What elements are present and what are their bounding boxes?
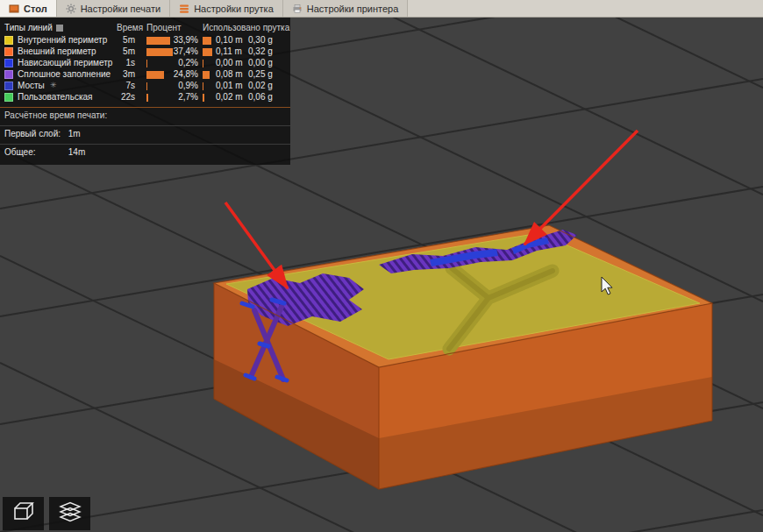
- color-swatch: [4, 59, 13, 67]
- bed-icon: [9, 4, 19, 14]
- total-time-label: Общее:: [4, 147, 66, 157]
- length-bar: [203, 48, 212, 56]
- first-layer-time: 1m: [68, 129, 81, 138]
- percent-value: 0,2%: [167, 58, 198, 67]
- printed-model: [214, 225, 712, 489]
- length-bar: [203, 94, 204, 102]
- viewport-3d[interactable]: Типы линий Время Процент Использовано пр…: [0, 18, 763, 532]
- color-swatch: [4, 36, 13, 45]
- tab-label: Настройки принтера: [307, 4, 399, 14]
- time-value: 3m: [103, 69, 135, 79]
- length-value: 0,01 m: [216, 81, 243, 90]
- color-swatch: [4, 70, 13, 79]
- length-bar: [203, 82, 203, 90]
- printer-icon: [292, 4, 303, 14]
- weight-value: 0,32 g: [248, 46, 273, 56]
- column-time: Время: [117, 23, 143, 32]
- slicer-window: Стол Настройки печати Настройки прутка: [0, 0, 763, 532]
- first-layer-row: Первый слой: 1m: [0, 129, 290, 140]
- weight-value: 0,00 g: [248, 58, 273, 67]
- weight-value: 0,06 g: [248, 92, 273, 102]
- column-percent: Процент: [146, 23, 182, 32]
- tab-print-settings[interactable]: Настройки печати: [57, 0, 171, 17]
- divider: [0, 144, 290, 145]
- percent-bar: [146, 71, 164, 79]
- time-value: 7s: [103, 81, 135, 90]
- line-type-name: Нависающий периметр: [18, 58, 112, 67]
- arrow-right: [524, 131, 638, 245]
- legend-row: Внешний периметр 5m 37,4% 0,11 m 0,32 g: [0, 46, 290, 58]
- first-layer-label: Первый слой:: [4, 129, 66, 138]
- total-time: 14m: [68, 147, 85, 157]
- total-time-row: Общее: 14m: [0, 147, 290, 159]
- percent-bar: [146, 82, 147, 90]
- line-type-name: Внешний периметр: [18, 46, 96, 56]
- divider: [0, 125, 290, 126]
- percent-value: 33,9%: [167, 35, 198, 45]
- time-value: 22s: [103, 92, 135, 102]
- tab-label: Настройки печати: [81, 4, 161, 14]
- length-bar: [203, 60, 203, 67]
- length-value: 0,10 m: [216, 35, 243, 45]
- line-type-name: Сплошное заполнение: [18, 69, 111, 79]
- gear-icon: [66, 4, 76, 14]
- weight-value: 0,02 g: [248, 81, 273, 90]
- tab-printer-settings[interactable]: Настройки принтера: [283, 0, 409, 17]
- filament-icon: [179, 4, 189, 14]
- view-mode-buttons: [3, 497, 90, 530]
- length-bar: [203, 71, 210, 79]
- tab-label: Настройки прутка: [194, 4, 274, 14]
- tab-bar: Стол Настройки печати Настройки прутка: [0, 0, 763, 18]
- divider: [0, 107, 290, 108]
- line-type-name: Мосты: [18, 81, 45, 90]
- legend-toggle-icon[interactable]: [56, 25, 63, 32]
- tab-filament-settings[interactable]: Настройки прутка: [170, 0, 283, 17]
- line-type-name: Пользовательская: [18, 92, 92, 102]
- layers-icon: [57, 500, 83, 528]
- percent-bar: [146, 60, 147, 67]
- percent-value: 24,8%: [167, 69, 198, 79]
- percent-value: 2,7%: [167, 92, 198, 102]
- cube-icon: [11, 500, 37, 528]
- time-value: 1s: [103, 58, 135, 67]
- percent-value: 0,9%: [167, 81, 198, 90]
- bridges-fan-icon: ✳: [50, 81, 57, 89]
- weight-value: 0,25 g: [248, 69, 273, 79]
- length-value: 0,02 m: [216, 92, 243, 102]
- color-swatch: [4, 82, 13, 90]
- length-value: 0,00 m: [216, 58, 243, 67]
- tab-bed[interactable]: Стол: [0, 0, 57, 17]
- 3d-view-button[interactable]: [3, 497, 44, 530]
- color-swatch: [4, 47, 13, 56]
- length-value: 0,11 m: [216, 46, 242, 56]
- color-swatch: [4, 93, 13, 102]
- weight-value: 0,30 g: [248, 35, 273, 45]
- layers-view-button[interactable]: [49, 497, 90, 530]
- legend-row: Мосты ✳ 7s 0,9% 0,01 m 0,02 g: [0, 81, 290, 92]
- length-bar: [203, 37, 211, 45]
- tab-label: Стол: [24, 4, 47, 14]
- time-value: 5m: [103, 46, 135, 56]
- legend-row: Нависающий периметр 1s 0,2% 0,00 m 0,00 …: [0, 58, 290, 69]
- column-filament: Использовано прутка: [203, 23, 289, 32]
- line-types-panel: Типы линий Время Процент Использовано пр…: [0, 18, 290, 165]
- legend-title: Типы линий: [4, 23, 53, 32]
- legend-row: Сплошное заполнение 3m 24,8% 0,08 m 0,25…: [0, 69, 290, 81]
- line-type-name: Внутренний периметр: [18, 35, 107, 45]
- percent-value: 37,4%: [167, 46, 198, 56]
- length-value: 0,08 m: [216, 69, 243, 79]
- time-value: 5m: [103, 35, 135, 45]
- legend-row: Внутренний периметр 5m 33,9% 0,10 m 0,30…: [0, 35, 290, 46]
- legend-row: Пользовательская 22s 2,7% 0,02 m 0,06 g: [0, 92, 290, 103]
- print-time-heading: Расчётное время печати:: [0, 110, 290, 122]
- percent-bar: [146, 94, 148, 102]
